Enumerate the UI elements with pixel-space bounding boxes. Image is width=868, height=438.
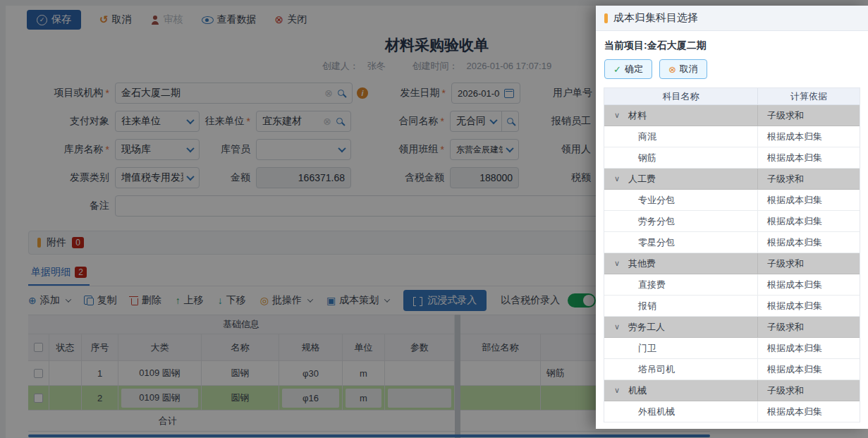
subject-basis: 子级求和	[758, 105, 860, 126]
subject-name: 劳务工人	[604, 321, 665, 334]
subject-name: 直接费	[604, 279, 666, 291]
subject-row[interactable]: 劳务分包根据成本归集	[604, 211, 860, 232]
subject-name: 人工费	[604, 173, 656, 185]
chevron-down-icon[interactable]: ∨	[614, 259, 620, 268]
subject-name: 外租机械	[604, 406, 675, 418]
check-icon: ✓	[613, 64, 621, 75]
subject-row[interactable]: 报销根据成本归集	[604, 296, 860, 317]
subject-row[interactable]: 塔吊司机根据成本归集	[604, 359, 860, 380]
subject-name: 劳务分包	[604, 215, 675, 228]
subject-name: 商混	[604, 130, 656, 143]
drawer-header: 成本归集科目选择	[596, 6, 868, 31]
subject-basis: 根据成本归集	[758, 401, 860, 422]
subject-basis: 根据成本归集	[758, 338, 860, 358]
subject-basis: 根据成本归集	[758, 296, 860, 316]
confirm-button[interactable]: ✓ 确定	[604, 59, 652, 79]
section-marker-icon	[604, 13, 608, 23]
subject-basis: 根据成本归集	[758, 147, 860, 168]
subject-name: 零星分包	[604, 236, 675, 249]
subject-basis: 根据成本归集	[758, 274, 860, 295]
subject-name: 钢筋	[604, 152, 656, 164]
current-project: 当前项目:金石大厦二期	[604, 39, 860, 52]
subject-name: 门卫	[604, 342, 656, 355]
subject-row[interactable]: ∨人工费子级求和	[604, 169, 860, 190]
subject-row[interactable]: 门卫根据成本归集	[604, 338, 860, 359]
subject-row[interactable]: ∨劳务工人子级求和	[604, 317, 860, 338]
subject-basis: 根据成本归集	[758, 211, 860, 231]
subject-row[interactable]: 直接费根据成本归集	[604, 274, 860, 296]
subject-row[interactable]: 钢筋根据成本归集	[604, 147, 860, 169]
subject-name: 材料	[604, 109, 647, 122]
subject-row[interactable]: 零星分包根据成本归集	[604, 232, 860, 253]
chevron-down-icon[interactable]: ∨	[614, 174, 620, 183]
panel-cancel-button[interactable]: ⊗ 取消	[659, 59, 707, 79]
subject-basis: 子级求和	[758, 317, 860, 337]
subject-row[interactable]: 商混根据成本归集	[604, 126, 860, 147]
subject-table: 科目名称 计算依据 ∨材料子级求和商混根据成本归集钢筋根据成本归集∨人工费子级求…	[604, 87, 860, 422]
cost-subject-drawer: 成本归集科目选择 当前项目:金石大厦二期 ✓ 确定 ⊗ 取消 科目名称 计算依据…	[596, 6, 868, 429]
subject-basis: 子级求和	[758, 169, 860, 189]
drawer-title: 成本归集科目选择	[613, 11, 698, 25]
subject-row[interactable]: 专业分包根据成本归集	[604, 190, 860, 211]
subject-name: 机械	[604, 384, 647, 397]
subject-basis: 根据成本归集	[758, 126, 860, 147]
chevron-down-icon[interactable]: ∨	[614, 386, 620, 395]
subject-basis: 子级求和	[758, 380, 860, 401]
subject-basis: 根据成本归集	[758, 359, 860, 379]
col-header-subject: 科目名称	[604, 88, 758, 104]
chevron-down-icon[interactable]: ∨	[614, 111, 620, 120]
subject-row[interactable]: 外租机械根据成本归集	[604, 401, 860, 422]
subject-name: 塔吊司机	[604, 363, 675, 376]
subject-row[interactable]: ∨材料子级求和	[604, 105, 860, 126]
subject-basis: 根据成本归集	[758, 232, 860, 253]
subject-name: 报销	[604, 300, 656, 312]
col-header-basis: 计算依据	[758, 88, 860, 104]
cancel-circle-icon: ⊗	[668, 64, 676, 75]
subject-name: 其他费	[604, 257, 656, 270]
subject-basis: 根据成本归集	[758, 190, 860, 210]
chevron-down-icon[interactable]: ∨	[614, 322, 620, 331]
subject-name: 专业分包	[604, 194, 675, 207]
subject-row[interactable]: ∨机械子级求和	[604, 380, 860, 401]
subject-basis: 子级求和	[758, 253, 860, 274]
subject-row[interactable]: ∨其他费子级求和	[604, 253, 860, 274]
